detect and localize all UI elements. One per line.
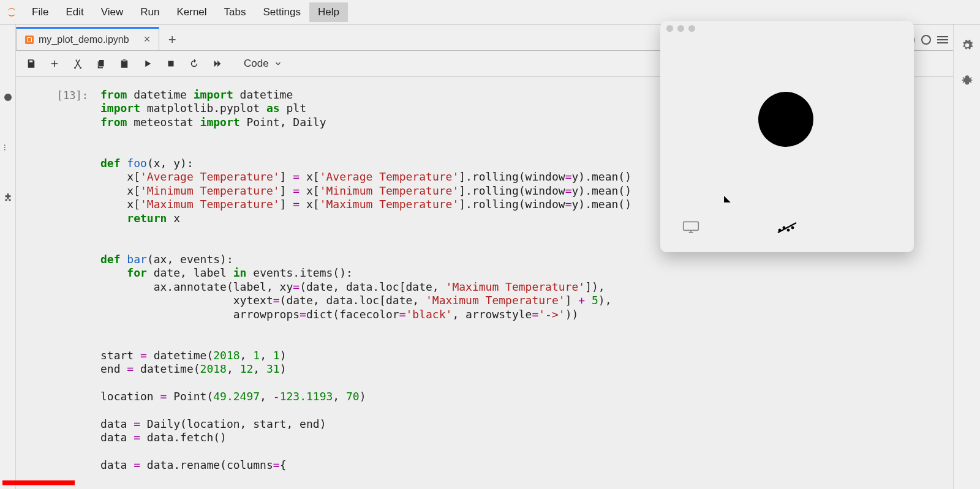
bug-icon[interactable] [961,73,973,88]
traffic-light-min[interactable] [677,25,684,32]
restart-button[interactable] [184,53,205,74]
menu-kernel[interactable]: Kernel [168,2,215,22]
webcam-off-icon [758,92,813,147]
left-rail [0,24,16,489]
add-cell-button[interactable] [44,53,65,74]
run-all-button[interactable] [207,53,228,74]
puzzle-icon[interactable] [2,192,13,206]
menu-help[interactable]: Help [309,2,348,22]
svg-point-4 [787,229,790,231]
stop-button[interactable] [160,53,181,74]
cell-type-select[interactable]: Code [236,54,286,73]
menu-file[interactable]: File [23,2,57,22]
menu-run[interactable]: Run [132,2,168,22]
paste-button[interactable] [114,53,135,74]
close-icon[interactable]: × [144,33,151,46]
notebook-file-icon [25,35,34,44]
progress-bar[interactable] [2,480,75,485]
right-rail [953,24,980,489]
new-tab-button[interactable]: + [162,29,183,50]
gear-icon[interactable] [961,39,973,54]
kernel-idle-icon [921,35,931,45]
svg-point-5 [791,226,794,229]
cell-type-value: Code [244,58,269,70]
run-button[interactable] [137,53,158,74]
connection-off-icon[interactable] [777,220,797,236]
traffic-light-close[interactable] [666,25,673,32]
tab-notebook[interactable]: my_plot_demo.ipynb × [16,27,159,50]
save-button[interactable] [21,53,42,74]
menu-edit[interactable]: Edit [57,2,92,22]
cut-button[interactable] [67,53,88,74]
overlay-titlebar[interactable] [660,21,914,35]
traffic-light-max[interactable] [688,25,695,32]
menu-view[interactable]: View [92,2,132,22]
menu-tabs[interactable]: Tabs [216,2,255,22]
copy-button[interactable] [91,53,111,74]
tab-filename: my_plot_demo.ipynb [39,34,129,45]
cell-prompt: [13]: [28,88,88,472]
monitor-icon[interactable] [682,220,699,236]
kernel-status-cluster: ) [912,34,948,45]
svg-rect-1 [684,222,699,230]
menu-icon[interactable] [937,36,948,43]
svg-point-0 [4,94,12,101]
overlay-body: ◣ [660,35,914,252]
jupyter-logo-icon [6,7,17,18]
list-icon[interactable] [2,142,13,155]
menu-settings[interactable]: Settings [255,2,309,22]
circle-icon[interactable] [2,92,13,105]
overlay-window[interactable]: ◣ [660,21,914,252]
chevron-down-icon [274,59,282,71]
cursor-icon: ◣ [724,193,731,203]
